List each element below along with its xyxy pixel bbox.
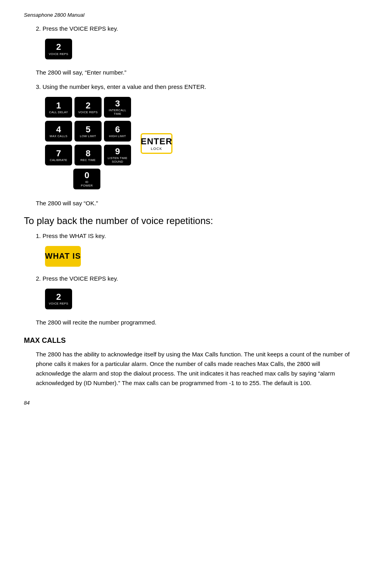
voice-reps-key-group-2: 2 VOICE REPS (44, 287, 356, 311)
key-3: 3 INTERCALL TIME (104, 97, 131, 118)
key-2-voice-reps-2: 2 VOICE REPS (45, 289, 72, 309)
playback-heading: To play back the number of voice repetit… (24, 214, 356, 227)
say-ok-text: The 2800 will say “OK.” (36, 199, 356, 208)
voice-reps-key-group: 2 VOICE REPS (44, 37, 356, 61)
step3-label: 3. Using the number keys, enter a value … (36, 83, 356, 90)
key-what-is: WHAT IS (45, 246, 81, 267)
page-number: 84 (24, 400, 356, 406)
what-is-key-group: WHAT IS (44, 245, 356, 268)
keypad-with-enter: 1 CALL DELAY 2 VOICE REPS 3 INTERCALL TI… (44, 96, 356, 191)
key-2-label: VOICE REPS (49, 52, 69, 56)
max-calls-heading: MAX CALLS (24, 336, 356, 345)
key-2-num-2: 2 (56, 292, 61, 302)
enter-key-col: ENTER LOCK (139, 132, 174, 155)
playback-step1: 1. Press the WHAT IS key. (36, 232, 356, 239)
keypad-row-2: 4 MAX CALLS 5 LOW LIMIT 6 HIGH LIMIT (44, 120, 132, 143)
key-8: 8 REC TIME (74, 145, 102, 165)
manual-title: Sensaphone 2800 Manual (24, 12, 356, 18)
key-0: 0 ID POWER (73, 169, 100, 189)
key-6: 6 HIGH LIMIT (104, 121, 131, 142)
key-2-label-2: VOICE REPS (49, 302, 69, 305)
key-7: 7 CALIBRATE (45, 145, 72, 165)
keypad-grid: 1 CALL DELAY 2 VOICE REPS 3 INTERCALL TI… (44, 96, 132, 191)
keypad-group: 1 CALL DELAY 2 VOICE REPS 3 INTERCALL TI… (44, 96, 356, 191)
key-9: 9 LISTEN TIME SOUND (104, 145, 131, 165)
keypad-row-1: 1 CALL DELAY 2 VOICE REPS 3 INTERCALL TI… (44, 96, 132, 119)
playback-step2: 2. Press the VOICE REPS key. (36, 275, 356, 282)
key-2-voice-reps: 2 VOICE REPS (45, 39, 72, 59)
key-enter: ENTER LOCK (141, 133, 172, 154)
keypad-row-3: 7 CALIBRATE 8 REC TIME 9 LISTEN TIME SOU… (44, 144, 132, 167)
key-2-num: 2 (56, 42, 61, 52)
say-enter-text: The 2800 will say, “Enter number.” (36, 68, 356, 77)
key-4: 4 MAX CALLS (45, 121, 72, 142)
key-2: 2 VOICE REPS (74, 97, 102, 118)
enter-sub: LOCK (151, 147, 163, 151)
key-1: 1 CALL DELAY (45, 97, 72, 118)
say-recite-text: The 2800 will recite the number programm… (36, 318, 356, 327)
enter-text: ENTER (141, 136, 172, 147)
keypad-row-4: 0 ID POWER (44, 167, 130, 191)
key-5: 5 LOW LIMIT (74, 121, 102, 142)
step2-label: 2. Press the VOICE REPS key. (36, 25, 356, 32)
max-calls-body: The 2800 has the ability to acknowledge … (36, 350, 356, 388)
